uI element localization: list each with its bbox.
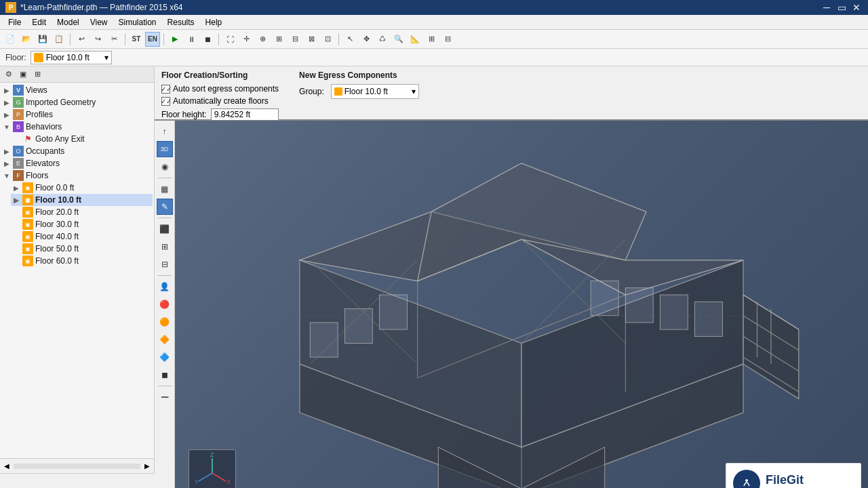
- undo-button[interactable]: ↩: [74, 32, 89, 47]
- side-btn-group1[interactable]: 🔴: [157, 296, 173, 312]
- 3d-viewport[interactable]: Z X Y FileGit: [175, 121, 868, 488]
- tool5[interactable]: ⊟: [288, 32, 302, 47]
- save-button[interactable]: 💾: [35, 32, 50, 47]
- cut-button[interactable]: ✂: [106, 32, 121, 47]
- expand-views[interactable]: ▶: [3, 87, 11, 94]
- side-btn-view[interactable]: ◉: [157, 159, 173, 175]
- menu-view[interactable]: View: [85, 16, 113, 28]
- tool2[interactable]: ✛: [239, 32, 254, 47]
- st-button[interactable]: ST: [129, 32, 144, 47]
- snap-button[interactable]: ⊟: [440, 32, 455, 47]
- tool6[interactable]: ⊠: [304, 32, 319, 47]
- tree-item-goto-exit[interactable]: ⚑ Goto Any Exit: [11, 133, 153, 145]
- tree-item-floors[interactable]: ▼ F Floors: [1, 169, 153, 182]
- group-dropdown[interactable]: Floor 10.0 ft ▾: [331, 84, 419, 99]
- grid-button[interactable]: ⊞: [424, 32, 439, 47]
- tree-item-floor-30[interactable]: ▣ Floor 30.0 ft: [11, 218, 153, 230]
- en-button[interactable]: EN: [145, 32, 160, 47]
- run2-button[interactable]: ⏸: [184, 32, 199, 47]
- svg-text:Z: Z: [210, 453, 214, 458]
- expand-behaviors[interactable]: ▼: [3, 123, 11, 131]
- scroll-right[interactable]: ▶: [140, 459, 154, 474]
- save-as-button[interactable]: 📋: [52, 32, 66, 47]
- side-btn-rooms[interactable]: ⬛: [157, 221, 173, 237]
- side-btn-up[interactable]: ↑: [157, 123, 173, 140]
- auto-sort-checkbox[interactable]: ✓ Auto sort egress components: [161, 84, 279, 94]
- scroll-left[interactable]: ◀: [0, 459, 14, 474]
- redo-button[interactable]: ↪: [90, 32, 105, 47]
- search-button[interactable]: 🔍: [391, 32, 406, 47]
- expand-floor0[interactable]: ▶: [12, 184, 20, 192]
- expand-occupants[interactable]: ▶: [3, 148, 11, 155]
- side-btn-floor[interactable]: ▦: [157, 181, 173, 197]
- left-panel-scrollbar: ◀ ▶: [0, 458, 154, 473]
- auto-create-cb[interactable]: ✓: [161, 97, 170, 106]
- side-btn-meas[interactable]: ◼: [157, 367, 173, 383]
- tree-item-floor-0[interactable]: ▶ ▣ Floor 0.0 ft: [11, 182, 153, 194]
- floor-creation-section: Floor Creation/Sorting ✓ Auto sort egres…: [161, 70, 279, 121]
- left-panel: ⚙ ▣ ⊞ ▶ V Views ▶ G Imported Geometry ▶ …: [0, 66, 155, 473]
- panel-collapse[interactable]: ▣: [17, 68, 29, 81]
- close-button[interactable]: ✕: [850, 1, 863, 14]
- tree-item-elevators[interactable]: ▶ E Elevators: [1, 157, 153, 169]
- floor-dropdown[interactable]: Floor 10.0 ft ▾: [31, 51, 112, 64]
- window-controls: ─ ▭ ✕: [821, 1, 863, 14]
- new-egress-title: New Egress Components: [299, 70, 419, 80]
- expand-geo[interactable]: ▶: [3, 99, 11, 106]
- select-button[interactable]: ↖: [342, 32, 357, 47]
- tree-item-floor-60[interactable]: ▣ Floor 60.0 ft: [11, 255, 153, 267]
- auto-create-checkbox[interactable]: ✓ Automatically create floors: [161, 96, 269, 106]
- menu-help[interactable]: Help: [200, 16, 228, 28]
- side-btn-stairs[interactable]: ⊞: [157, 239, 173, 255]
- expand-floor10[interactable]: ▶: [12, 197, 20, 204]
- rotate-button[interactable]: ♺: [375, 32, 390, 47]
- expand-profiles[interactable]: ▶: [3, 111, 11, 119]
- side-btn-group4[interactable]: 🔷: [157, 349, 173, 365]
- menu-simulation[interactable]: Simulation: [113, 16, 162, 28]
- tree-item-imported-geometry[interactable]: ▶ G Imported Geometry: [1, 96, 153, 108]
- side-btn-group2[interactable]: 🟠: [157, 314, 173, 330]
- open-button[interactable]: 📂: [19, 32, 34, 47]
- run-button[interactable]: ▶: [167, 32, 182, 47]
- auto-sort-label: Auto sort egress components: [173, 84, 279, 94]
- side-btn-people[interactable]: 👤: [157, 279, 173, 295]
- side-btn-ruler[interactable]: ━━: [157, 389, 173, 405]
- svg-line-34: [199, 473, 212, 481]
- tree-item-floor-50[interactable]: ▣ Floor 50.0 ft: [11, 243, 153, 255]
- tool4[interactable]: ⊞: [271, 32, 286, 47]
- new-button[interactable]: 📄: [3, 32, 18, 47]
- side-btn-draw[interactable]: ✎: [157, 199, 173, 215]
- floor-dropdown-arrow: ▾: [104, 53, 108, 62]
- auto-sort-cb[interactable]: ✓: [161, 85, 170, 94]
- tool7[interactable]: ⊡: [320, 32, 335, 47]
- tree-item-floor-40[interactable]: ▣ Floor 40.0 ft: [11, 230, 153, 243]
- side-btn-3d[interactable]: 3D: [157, 141, 173, 157]
- floor-height-input[interactable]: [211, 108, 279, 121]
- menu-file[interactable]: File: [3, 16, 26, 28]
- side-btn-group3[interactable]: 🔶: [157, 331, 173, 348]
- menu-model[interactable]: Model: [52, 16, 85, 28]
- measure-button[interactable]: 📐: [408, 32, 422, 47]
- tool3[interactable]: ⊕: [255, 32, 270, 47]
- floor-selector-bar: Floor: Floor 10.0 ft ▾: [0, 49, 868, 66]
- scroll-track[interactable]: [14, 464, 140, 469]
- maximize-button[interactable]: ▭: [835, 1, 848, 14]
- tool1[interactable]: ⛶: [222, 32, 237, 47]
- tree-item-behaviors[interactable]: ▼ B Behaviors: [1, 121, 153, 133]
- tree-item-floor-20[interactable]: ▣ Floor 20.0 ft: [11, 206, 153, 218]
- expand-elevators[interactable]: ▶: [3, 160, 11, 167]
- menu-edit[interactable]: Edit: [26, 16, 52, 28]
- tree-item-views[interactable]: ▶ V Views: [1, 84, 153, 96]
- tree-item-profiles[interactable]: ▶ P Profiles: [1, 108, 153, 121]
- stop-button[interactable]: ⏹: [200, 32, 215, 47]
- tree-item-floor-10[interactable]: ▶ ▣ Floor 10.0 ft: [11, 194, 153, 206]
- tree-item-occupants[interactable]: ▶ O Occupants: [1, 145, 153, 157]
- tree-label-floor30: Floor 30.0 ft: [35, 220, 79, 229]
- expand-floors[interactable]: ▼: [3, 172, 11, 180]
- side-btn-doors[interactable]: ⊟: [157, 256, 173, 272]
- menu-results[interactable]: Results: [162, 16, 200, 28]
- minimize-button[interactable]: ─: [821, 1, 833, 14]
- panel-settings[interactable]: ⚙: [3, 68, 15, 81]
- panel-expand[interactable]: ⊞: [31, 68, 43, 81]
- move-button[interactable]: ✥: [359, 32, 374, 47]
